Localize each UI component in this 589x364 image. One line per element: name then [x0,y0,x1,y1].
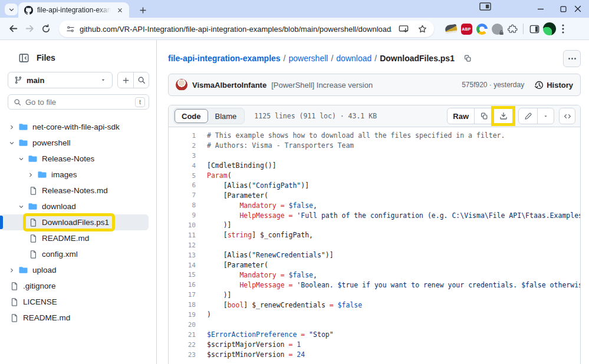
line-number[interactable]: 5 [169,172,196,180]
line-number[interactable]: 20 [169,321,196,329]
tree-item--gitignore[interactable]: .gitignore [0,278,149,294]
line-number[interactable]: 10 [169,221,196,229]
edit-button[interactable] [519,108,537,124]
line-number[interactable]: 1 [169,132,196,140]
back-button[interactable] [5,21,21,37]
bookmark-star-button[interactable] [415,22,429,36]
chevron-down-icon[interactable] [7,140,16,146]
download-raw-button[interactable] [493,108,513,124]
extension-adblock-icon[interactable]: ABP [459,21,474,37]
raw-button[interactable]: Raw [447,108,474,124]
side-panel-button[interactable] [527,21,542,37]
tree-item-download[interactable]: download [0,198,149,214]
breadcrumb-link[interactable]: download [336,54,371,63]
tree-item-label-wrap: Release-Notes.md [26,184,111,197]
tree-item-release-notes-md[interactable]: Release-Notes.md [0,183,149,198]
line-number[interactable]: 16 [169,281,196,289]
tree-item-net-core-with-file-api-sdk[interactable]: net-core-with-file-api-sdk [0,119,149,135]
file-icon [29,250,37,259]
line-number[interactable]: 2 [169,142,196,150]
minimize-button[interactable] [529,0,552,18]
address-bar[interactable]: github.com/VR-API-Integration/file-api-i… [59,21,434,37]
window-close-button[interactable] [567,0,589,18]
code-text: $scriptMajorVersion = 1 [207,340,301,349]
chevron-right-icon[interactable] [7,124,16,130]
blame-tab[interactable]: Blame [208,112,244,121]
chevron-down-icon[interactable] [17,156,25,162]
goto-file-input[interactable]: Go to file t [8,94,149,110]
tree-item-powershell[interactable]: powershell [0,135,149,151]
commit-author-avatar[interactable] [176,79,187,91]
reload-button[interactable] [38,21,54,37]
extensions-menu-button[interactable] [505,21,520,37]
line-number[interactable]: 21 [169,331,196,339]
edit-dropdown-button[interactable] [537,108,554,124]
line-number[interactable]: 6 [169,181,196,189]
breadcrumb-link[interactable]: powershell [288,54,328,63]
tab-title: file-api-integration-examples/p [37,6,111,14]
line-number[interactable]: 23 [169,351,196,359]
breadcrumb-link[interactable]: file-api-integration-examples [168,54,281,63]
line-number[interactable]: 12 [169,241,196,249]
search-repo-button[interactable] [133,72,149,88]
more-options-button[interactable] [563,50,581,67]
tree-item-images[interactable]: images [0,167,149,183]
browser-menu-button[interactable] [557,21,569,37]
new-tab-button[interactable] [137,4,149,16]
line-number[interactable]: 17 [169,291,196,299]
commit-message[interactable]: [PowerShell] Increase version [271,81,457,90]
commit-author[interactable]: VismaAlbertoInfante [192,81,266,90]
chevron-right-icon[interactable] [26,172,35,178]
line-number[interactable]: 13 [169,252,196,259]
tree-item-release-notes[interactable]: Release-Notes [0,151,149,167]
download-icon [499,112,508,120]
site-info-icon[interactable] [66,25,75,34]
chevron-down-icon[interactable] [17,204,25,210]
code-text: [string] $_configPath, [207,231,313,239]
line-number[interactable]: 19 [169,311,196,319]
collapse-file-tree-button[interactable] [17,51,31,65]
code-text: # Authors: Visma - Transporters Team [207,141,354,150]
line-number[interactable]: 7 [169,191,196,199]
forward-button[interactable] [21,21,38,37]
browser-tab[interactable]: file-api-integration-examples/p [18,2,129,18]
tree-item-name: README.md [23,313,70,322]
line-number[interactable]: 14 [169,262,196,269]
history-button[interactable]: History [535,81,573,90]
tab-close-button[interactable] [115,5,124,15]
tree-item-upload[interactable]: upload [0,262,149,278]
tree-item-name: upload [32,266,57,274]
chevron-right-icon[interactable] [7,267,16,273]
copy-path-button[interactable] [461,52,474,65]
branch-selector-button[interactable]: main [8,72,113,88]
line-number[interactable]: 11 [169,231,196,239]
extension-lock-icon[interactable] [489,21,505,37]
extension-compass-icon[interactable] [474,21,489,37]
line-number[interactable]: 18 [169,301,196,309]
code-line: 20 [169,320,580,330]
symbols-button[interactable] [559,108,575,124]
tree-item-downloadfiles-ps1[interactable]: DownloadFiles.ps1 [0,214,149,230]
search-icon [14,98,21,106]
code-text: )] [207,221,232,229]
extension-sneaker-icon[interactable] [443,21,459,37]
line-number[interactable]: 3 [169,152,196,160]
code-blame-switch: Code Blame [173,108,245,124]
line-number[interactable]: 15 [169,271,196,279]
send-to-devices-button[interactable] [396,22,410,36]
tree-item-config-xml[interactable]: config.xml [0,246,149,262]
tree-item-license[interactable]: LICENSE [0,294,149,310]
tab-search-button[interactable] [5,4,18,15]
line-number[interactable]: 9 [169,211,196,219]
media-controls-button[interactable] [479,2,492,11]
add-file-button[interactable] [118,72,133,88]
code-tab[interactable]: Code [175,109,208,123]
copy-raw-button[interactable] [474,108,493,124]
file-tree-sidebar: Files main Go to file t net-core-with-fi… [0,40,157,364]
tree-item-readme-md[interactable]: README.md [0,230,149,246]
tree-item-readme-md[interactable]: README.md [0,310,149,326]
line-number[interactable]: 4 [169,162,196,170]
profile-avatar[interactable] [542,21,557,37]
line-number[interactable]: 8 [169,201,196,209]
line-number[interactable]: 22 [169,341,196,349]
